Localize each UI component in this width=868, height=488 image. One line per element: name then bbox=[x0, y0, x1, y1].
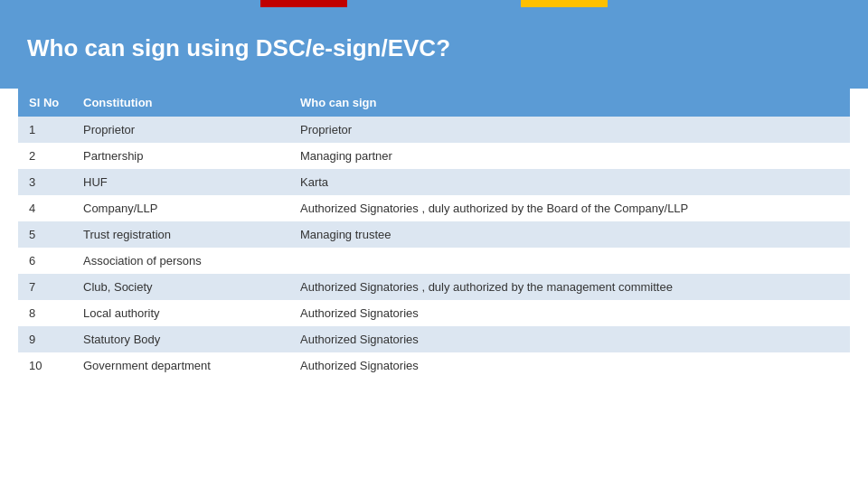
cell-whocansign: Authorized Signatories , duly authorized… bbox=[289, 274, 850, 300]
cell-constitution: Trust registration bbox=[72, 221, 289, 248]
cell-slno: 3 bbox=[18, 169, 72, 195]
cell-constitution: Partnership bbox=[72, 143, 289, 169]
cell-constitution: Company/LLP bbox=[72, 195, 289, 221]
table-row: 4Company/LLPAuthorized Signatories , dul… bbox=[18, 195, 850, 221]
cell-slno: 7 bbox=[18, 274, 72, 300]
cell-constitution: Proprietor bbox=[72, 117, 289, 143]
table-row: 8Local authorityAuthorized Signatories bbox=[18, 300, 850, 326]
table-row: 9Statutory BodyAuthorized Signatories bbox=[18, 326, 850, 352]
top-color-bar bbox=[0, 0, 868, 7]
page-title: Who can sign using DSC/e-sign/EVC? bbox=[27, 34, 450, 62]
cell-constitution: Association of persons bbox=[72, 248, 289, 274]
cell-whocansign bbox=[289, 248, 850, 274]
cell-whocansign: Authorized Signatories , duly authorized… bbox=[289, 195, 850, 221]
table-row: 3HUFKarta bbox=[18, 169, 850, 195]
table-container: Sl No Constitution Who can sign 1Proprie… bbox=[0, 89, 868, 388]
top-bar-blue-1 bbox=[0, 0, 260, 7]
table-row: 1ProprietorProprietor bbox=[18, 117, 850, 143]
table-row: 7Club, SocietyAuthorized Signatories , d… bbox=[18, 274, 850, 300]
cell-constitution: Local authority bbox=[72, 300, 289, 326]
cell-slno: 6 bbox=[18, 248, 72, 274]
cell-whocansign: Proprietor bbox=[289, 117, 850, 143]
cell-whocansign: Authorized Signatories bbox=[289, 300, 850, 326]
table-row: 5Trust registrationManaging trustee bbox=[18, 221, 850, 248]
cell-slno: 4 bbox=[18, 195, 72, 221]
cell-constitution: Government department bbox=[72, 352, 289, 379]
top-bar-red bbox=[260, 0, 347, 7]
cell-constitution: Club, Society bbox=[72, 274, 289, 300]
cell-constitution: HUF bbox=[72, 169, 289, 195]
top-bar-blue-2 bbox=[347, 0, 521, 7]
cell-slno: 1 bbox=[18, 117, 72, 143]
cell-slno: 8 bbox=[18, 300, 72, 326]
cell-slno: 9 bbox=[18, 326, 72, 352]
cell-whocansign: Authorized Signatories bbox=[289, 352, 850, 379]
cell-whocansign: Karta bbox=[289, 169, 850, 195]
cell-whocansign: Managing partner bbox=[289, 143, 850, 169]
cell-whocansign: Managing trustee bbox=[289, 221, 850, 248]
col-header-slno: Sl No bbox=[18, 89, 72, 117]
cell-whocansign: Authorized Signatories bbox=[289, 326, 850, 352]
cell-slno: 2 bbox=[18, 143, 72, 169]
top-bar-yellow bbox=[521, 0, 608, 7]
col-header-whocansign: Who can sign bbox=[289, 89, 850, 117]
cell-constitution: Statutory Body bbox=[72, 326, 289, 352]
col-header-constitution: Constitution bbox=[72, 89, 289, 117]
table-row: 2PartnershipManaging partner bbox=[18, 143, 850, 169]
header-section: Who can sign using DSC/e-sign/EVC? bbox=[0, 7, 868, 89]
table-header-row: Sl No Constitution Who can sign bbox=[18, 89, 850, 117]
cell-slno: 10 bbox=[18, 352, 72, 379]
signatories-table: Sl No Constitution Who can sign 1Proprie… bbox=[18, 89, 850, 379]
table-row: 10Government departmentAuthorized Signat… bbox=[18, 352, 850, 379]
table-row: 6Association of persons bbox=[18, 248, 850, 274]
top-bar-blue-3 bbox=[608, 0, 868, 7]
cell-slno: 5 bbox=[18, 221, 72, 248]
